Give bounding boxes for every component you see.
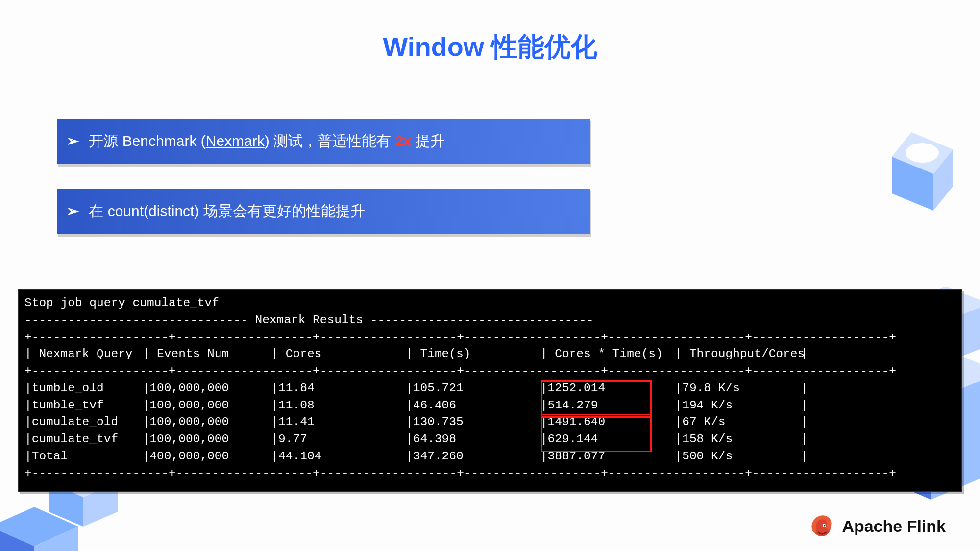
table-cell: cumulate_tvf: [32, 431, 143, 448]
nexmark-link[interactable]: Nexmark: [206, 133, 265, 149]
table-cell: 194 K/s: [682, 397, 801, 414]
bullet-text-post: 提升: [412, 133, 445, 149]
table-cell: Events Num: [149, 346, 271, 363]
bullet-text-pre: 开源 Benchmark (: [89, 133, 205, 149]
cell-cores-times: 1491.640: [548, 414, 675, 431]
table-cell: 100,000,000: [149, 397, 271, 414]
table-cell: 100,000,000: [149, 380, 271, 397]
bullet-text: 在 count(distinct) 场景会有更好的性能提升: [89, 203, 365, 219]
cell-cores-times: 514.279: [548, 397, 675, 414]
table-cell: 347.260: [413, 448, 540, 465]
bullet-benchmark: ➢ 开源 Benchmark (Nexmark) 测试，普适性能有 2x 提升: [57, 119, 590, 164]
svg-marker-8: [892, 157, 933, 211]
svg-point-18: [824, 525, 826, 526]
table-cell: tumble_old: [32, 380, 143, 397]
table-cell: tumble_tvf: [32, 397, 143, 414]
svg-marker-1: [0, 527, 34, 551]
cell-cores-times: 629.144: [548, 431, 675, 448]
svg-marker-2: [34, 527, 78, 551]
table-cell: 130.735: [413, 414, 540, 431]
table-cell: 64.398: [413, 431, 540, 448]
table-cell: 500 K/s: [682, 448, 801, 465]
bullet-arrow-icon: ➢: [67, 203, 79, 219]
table-cell: 46.406: [413, 397, 540, 414]
svg-marker-6: [892, 132, 953, 174]
table-cell: 11.08: [278, 397, 406, 414]
footer-logo: Apache Flink: [808, 513, 946, 539]
flink-squirrel-icon: [808, 513, 835, 539]
table-cell: Throughput/Cores: [682, 346, 801, 363]
bullet-arrow-icon: ➢: [67, 133, 79, 149]
bullet-text-mid: ) 测试，普适性能有: [265, 133, 395, 149]
bullet-highlight-2x: 2x: [395, 133, 411, 149]
svg-marker-9: [933, 149, 953, 211]
table-cell: 44.104: [278, 448, 406, 465]
table-cell: 11.84: [278, 380, 406, 397]
table-cell: 100,000,000: [149, 414, 271, 431]
svg-point-7: [906, 143, 939, 163]
table-cell: 105.721: [413, 380, 540, 397]
slide-title: Window 性能优化: [0, 29, 980, 65]
table-cell: 400,000,000: [149, 448, 271, 465]
table-cell: Cores: [278, 346, 406, 363]
bullet-count-distinct: ➢ 在 count(distinct) 场景会有更好的性能提升: [57, 189, 590, 234]
terminal-output: Stop job query cumulate_tvf-------------…: [18, 289, 962, 492]
table-cell: 79.8 K/s: [682, 380, 801, 397]
table-cell: 100,000,000: [149, 431, 271, 448]
table-cell: 67 K/s: [682, 414, 801, 431]
cell-cores-times: 1252.014: [548, 380, 675, 397]
cell-cores-times: Cores * Time(s): [548, 346, 675, 363]
table-cell: 11.41: [278, 414, 406, 431]
svg-marker-0: [0, 507, 78, 546]
cell-cores-times: 3887.077: [548, 448, 675, 465]
table-cell: Time(s): [413, 346, 540, 363]
table-cell: Nexmark Query: [32, 346, 143, 363]
table-cell: cumulate_old: [32, 414, 143, 431]
table-cell: Total: [32, 448, 143, 465]
table-cell: 158 K/s: [682, 431, 801, 448]
footer-brand-text: Apache Flink: [842, 517, 946, 536]
table-cell: 9.77: [278, 431, 406, 448]
